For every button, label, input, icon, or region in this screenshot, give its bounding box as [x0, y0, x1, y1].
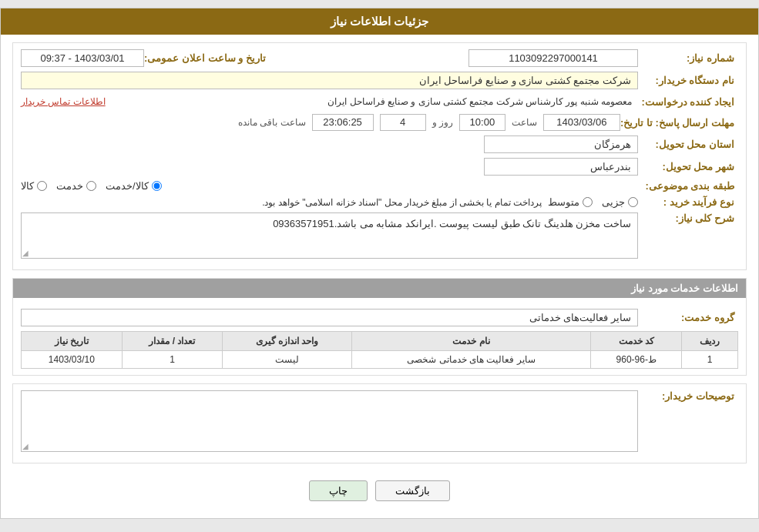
- noefarayand-row: نوع فرآیند خرید : جزیی متوسط پرداخت تمام…: [21, 196, 738, 208]
- tabaqe-option-kala-khadamat[interactable]: کالا/خدمت: [106, 180, 162, 192]
- mohlat-saat: 10:00: [459, 114, 505, 131]
- nam-dastgah-value: شرکت مجتمع کشتی سازی و صنایع فراساحل ایر…: [21, 72, 638, 89]
- ostan-row: استان محل تحویل: هرمزگان: [21, 136, 738, 153]
- noefarayand-note: پرداخت تمام یا بخشی از مبلغ خریدار محل "…: [21, 197, 542, 208]
- shomare-niaz-value: 1103092297000141: [468, 49, 638, 67]
- sharh-row: شرح کلی نیاز: ساخت مخزن هلدینگ تانک طبق …: [21, 212, 738, 259]
- tabaqe-radio-group: کالا/خدمت خدمت کالا: [21, 180, 638, 192]
- shahr-label: شهر محل تحویل:: [638, 161, 738, 172]
- buyer-desc-label: توصیحات خریدار:: [638, 390, 738, 402]
- grohe-khadamat-value: سایر فعالیت‌های خدماتی: [21, 309, 638, 326]
- tarix-label: تاریخ و ساعت اعلان عمومی:: [144, 52, 270, 64]
- cell-vahed: لیست: [223, 351, 351, 369]
- tabaqe-option-kala[interactable]: کالا: [21, 180, 47, 192]
- col-nam: نام خدمت: [351, 332, 591, 351]
- mohlat-rooz: 4: [380, 114, 426, 131]
- tarix-value: 1403/03/01 - 09:37: [21, 49, 144, 67]
- col-kod: کد خدمت: [591, 332, 682, 351]
- shomare-niaz-row: شماره نیاز: 1103092297000141 تاریخ و ساع…: [21, 49, 738, 67]
- cell-tedad: 1: [122, 351, 223, 369]
- footer-buttons: بازگشت چاپ: [12, 471, 747, 510]
- buyer-resize-icon: ◢: [22, 442, 29, 450]
- table-row: 1 ط-96-960 سایر فعالیت های خدماتی شخصی ل…: [22, 351, 738, 369]
- ostan-value: هرمزگان: [484, 136, 638, 153]
- mohlat-label: مهلت ارسال پاسخ: تا تاریخ:: [620, 117, 738, 129]
- mohlat-remaining: 23:06:25: [312, 114, 374, 131]
- buyer-desc-container: ◢: [21, 390, 638, 452]
- col-tarix: تاریخ نیاز: [22, 332, 123, 351]
- back-button[interactable]: بازگشت: [375, 480, 450, 501]
- grohe-khadamat-row: گروه خدمت: سایر فعالیت‌های خدماتی: [21, 309, 738, 326]
- nam-dastgah-row: نام دستگاه خریدار: شرکت مجتمع کشتی سازی …: [21, 72, 738, 89]
- nam-dastgah-label: نام دستگاه خریدار:: [638, 75, 738, 86]
- page-header: جزئیات اطلاعات نیاز: [1, 8, 758, 35]
- buyer-desc-section: توصیحات خریدار: ◢: [12, 383, 747, 463]
- mohlat-row: مهلت ارسال پاسخ: تا تاریخ: 1403/03/06 سا…: [21, 114, 738, 131]
- tabaqe-label: طبقه بندی موضوعی:: [638, 180, 738, 192]
- cell-nam: سایر فعالیت های خدماتی شخصی: [351, 351, 591, 369]
- services-table: ردیف کد خدمت نام خدمت واحد اندازه گیری ت…: [21, 331, 738, 369]
- noefarayand-jozi[interactable]: جزیی: [602, 196, 638, 208]
- ijad-konande-row: ایجاد کننده درخواست: معصومه شنبه پور کار…: [21, 94, 738, 109]
- col-vahed: واحد اندازه گیری: [223, 332, 351, 351]
- noefarayand-label: نوع فرآیند خرید :: [638, 196, 738, 208]
- mohlat-rooz-label: روز و: [432, 117, 453, 128]
- cell-radif: 1: [682, 351, 738, 369]
- contact-link[interactable]: اطلاعات تماس خریدار: [21, 96, 106, 107]
- resize-icon: ◢: [22, 249, 29, 257]
- sharh-container: ساخت مخزن هلدینگ تانک طبق لیست پیوست .ای…: [21, 212, 638, 259]
- cell-tarix: 1403/03/10: [22, 351, 123, 369]
- print-button[interactable]: چاپ: [309, 480, 368, 501]
- tabaqe-option-khadamat[interactable]: خدمت: [56, 180, 96, 192]
- ijad-konande-value: معصومه شنبه پور کارشناس شرکت مجتمع کشتی …: [106, 94, 638, 109]
- mohlat-date: 1403/03/06: [543, 114, 620, 131]
- noefarayand-radio-group: جزیی متوسط: [548, 196, 638, 208]
- ijad-konande-label: ایجاد کننده درخواست:: [638, 96, 738, 108]
- noefarayand-motevaset[interactable]: متوسط: [548, 196, 593, 208]
- khadamat-section-title: اطلاعات خدمات مورد نیاز: [13, 279, 746, 298]
- mohlat-date-group: 1403/03/06 ساعت 10:00 روز و 4 23:06:25 س…: [21, 114, 620, 131]
- shomare-niaz-label: شماره نیاز:: [638, 52, 738, 64]
- tabaqe-row: طبقه بندی موضوعی: کالا/خدمت خدمت کالا: [21, 180, 738, 192]
- buyer-desc-row: توصیحات خریدار: ◢: [21, 390, 738, 452]
- mohlat-saat-label: ساعت: [512, 117, 537, 128]
- sharh-value: ساخت مخزن هلدینگ تانک طبق لیست پیوست .ای…: [21, 212, 638, 259]
- buyer-desc-value: [21, 390, 638, 452]
- purchase-row: جزیی متوسط پرداخت تمام یا بخشی از مبلغ خ…: [21, 196, 638, 208]
- shahr-value: بندرعباس: [484, 158, 638, 176]
- sharh-label: شرح کلی نیاز:: [638, 212, 738, 224]
- cell-kod: ط-96-960: [591, 351, 682, 369]
- main-info-section: شماره نیاز: 1103092297000141 تاریخ و ساع…: [12, 42, 747, 270]
- shahr-row: شهر محل تحویل: بندرعباس: [21, 158, 738, 176]
- grohe-khadamat-label: گروه خدمت:: [638, 312, 738, 323]
- khadamat-section: اطلاعات خدمات مورد نیاز گروه خدمت: سایر …: [12, 278, 747, 376]
- col-tedad: تعداد / مقدار: [122, 332, 223, 351]
- services-table-container: ردیف کد خدمت نام خدمت واحد اندازه گیری ت…: [21, 331, 738, 369]
- mohlat-remaining-label: ساعت باقی مانده: [238, 117, 306, 128]
- ostan-label: استان محل تحویل:: [638, 139, 738, 150]
- col-radif: ردیف: [682, 332, 738, 351]
